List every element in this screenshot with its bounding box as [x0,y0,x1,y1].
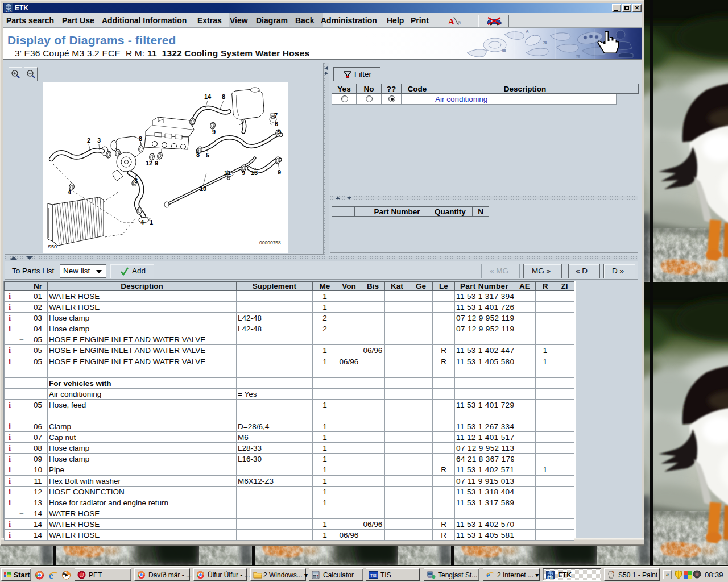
svg-text:A: A [526,30,528,33]
svg-text:12: 12 [146,160,152,167]
svg-text:5: 5 [206,152,209,159]
svg-text:13: 13 [251,169,258,176]
svg-text:9: 9 [278,169,281,176]
svg-text:14: 14 [204,93,212,100]
svg-text:ETK: ETK [6,9,12,13]
svg-text:72: 72 [576,55,580,58]
svg-text:65: 65 [502,49,506,52]
svg-text:TIS: TIS [370,573,377,577]
svg-text:3: 3 [134,177,138,184]
svg-text:a: a [458,18,461,26]
svg-text:A: A [448,17,454,26]
svg-text:8: 8 [222,93,225,100]
svg-text:S50: S50 [48,244,57,250]
svg-text:1: 1 [150,219,153,226]
svg-text:00000758: 00000758 [259,240,281,246]
svg-text:71: 71 [543,41,547,44]
svg-text:ETK: ETK [547,576,553,579]
svg-text:10: 10 [200,185,206,192]
svg-text:9: 9 [212,128,216,135]
svg-text:2: 2 [87,137,90,144]
svg-text:8: 8 [139,135,142,142]
svg-text:e: e [486,571,490,579]
svg-text:4: 4 [140,219,144,226]
svg-text:6: 6 [275,120,278,127]
svg-text:3: 3 [97,137,101,144]
svg-text:9: 9 [155,160,158,167]
svg-text:4: 4 [68,189,72,196]
svg-text:8: 8 [196,151,200,158]
